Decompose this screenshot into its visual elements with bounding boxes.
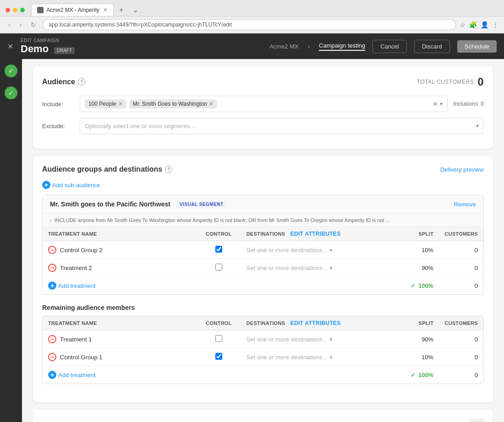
visual-segment-badge: VISUAL SEGMENT [176, 201, 227, 208]
edit-campaign-label: EDIT CAMPAIGN [21, 38, 75, 43]
add-treatment-button-2[interactable]: + Add treatment [48, 371, 96, 379]
remaining-control-checkbox-2[interactable] [215, 353, 222, 360]
include-dropdown-button[interactable]: ▾ [440, 101, 443, 107]
table-row: − Treatment 1 Set one or more desti [43, 330, 483, 348]
forward-button[interactable]: › [17, 20, 25, 29]
add-treatment-icon-2: + [48, 371, 56, 379]
include-row: Include: 100 People ✕ Mr. Smith Goes to … [42, 96, 484, 112]
tab-close-icon[interactable]: ✕ [103, 7, 108, 13]
timing-section: Timing ? ⚙ [33, 410, 493, 422]
remaining-group-card: TREATMENT NAME CONTROL DESTINATIONS Edit… [42, 316, 484, 384]
tag-smith-washington-remove[interactable]: ✕ [209, 101, 214, 107]
remaining-total-customers: 0 [439, 366, 483, 384]
extension-icon[interactable]: 🧩 [469, 21, 477, 28]
audience-groups-help-icon[interactable]: ? [165, 166, 172, 173]
exclude-row: Exclude: Optionally select one or more s… [42, 118, 484, 134]
window-maximize-btn[interactable] [20, 8, 25, 12]
total-customers-count: 0 [477, 76, 484, 88]
menu-icon[interactable]: ⋮ [492, 21, 499, 28]
control-checkbox-1[interactable] [215, 246, 222, 253]
back-button[interactable]: ‹ [5, 20, 13, 29]
page-layout: ✓ ✓ Audience ? TOTAL CUSTOMERS 0 Include… [0, 59, 504, 422]
remove-remaining-treatment-1-icon[interactable]: − [48, 335, 56, 343]
tag-100-people-remove[interactable]: ✕ [118, 101, 123, 107]
address-bar[interactable]: app.local.amperity.systems:3449/?th=pXCo… [43, 19, 456, 30]
content-area: Audience ? TOTAL CUSTOMERS 0 Include: 10… [22, 59, 504, 422]
schedule-button[interactable]: Schedule [457, 40, 497, 53]
remaining-col-destinations-header: DESTINATIONS Edit attributes [241, 316, 395, 330]
add-treatment-icon-1: + [48, 281, 56, 290]
group-name: Mr. Smith goes to the Pacific Northwest [50, 200, 170, 208]
remove-treatment-1-icon[interactable]: − [48, 246, 56, 254]
reload-button[interactable]: ↻ [28, 20, 39, 29]
browser-chrome: Acme2 MX - Amperity ✕ + ⌄ ‹ › ↻ app.loca… [0, 0, 504, 33]
inclusions-count: Inclusions: 0 [453, 101, 484, 107]
browser-tab-active[interactable]: Acme2 MX - Amperity ✕ [31, 4, 114, 16]
destination-arrow-1: ▾ [329, 247, 333, 254]
remaining-control-checkbox-1[interactable] [215, 335, 222, 342]
add-treatment-button-1[interactable]: + Add treatment [48, 281, 96, 290]
expand-group-icon[interactable]: › [50, 217, 52, 223]
campaign-title-area: EDIT CAMPAIGN Demo DRAFT [21, 38, 75, 55]
timing-settings-button[interactable]: ⚙ [469, 419, 484, 422]
treatment-name-cell: − Control Group 2 [48, 246, 191, 254]
tab-title: Acme2 MX - Amperity [46, 7, 99, 13]
remaining-destination-arrow-2: ▾ [329, 354, 333, 361]
split-check-icon-2: ✓ [411, 372, 416, 379]
remove-group-link[interactable]: Remove [454, 201, 476, 208]
cancel-button[interactable]: Cancel [373, 40, 406, 53]
delivery-preview-link[interactable]: Delivery preview [440, 166, 484, 173]
treatment-name-cell-2: − Treatment 2 [48, 264, 191, 272]
add-sub-audience-icon: + [42, 181, 50, 189]
header-active-step: Campaign testing [319, 42, 365, 51]
table-row: − Control Group 1 Set one or more d [43, 348, 483, 366]
include-input[interactable]: 100 People ✕ Mr. Smith Goes to Washingto… [80, 96, 448, 112]
remaining-customers-2: 0 [439, 348, 483, 366]
total-customers: TOTAL CUSTOMERS 0 [417, 76, 484, 88]
bookmark-icon[interactable]: ☆ [460, 21, 466, 28]
include-clear-button[interactable]: ✕ [433, 100, 438, 108]
remaining-split-2: 10% [395, 348, 439, 366]
table-header-row: TREATMENT NAME CONTROL DESTINATIONS Edit… [43, 227, 483, 241]
profile-icon[interactable]: 👤 [481, 21, 488, 28]
tag-smith-washington: Mr. Smith Goes to Washington ✕ [129, 99, 217, 108]
destination-select-2[interactable]: Set one or more destinations... ▾ [247, 265, 389, 271]
destination-placeholder-1: Set one or more destinations... [247, 247, 328, 254]
remaining-treatments-table: TREATMENT NAME CONTROL DESTINATIONS Edit… [43, 316, 483, 384]
col-customers-header: CUSTOMERS [439, 227, 483, 241]
col-split-header: SPLIT [395, 227, 439, 241]
remaining-col-control-header: CONTROL [197, 316, 241, 330]
remove-remaining-treatment-2-icon[interactable]: − [48, 353, 56, 361]
step-groups-check: ✓ [5, 87, 17, 99]
audience-help-icon[interactable]: ? [78, 78, 85, 86]
tag-100-people: 100 People ✕ [85, 99, 126, 108]
step-audience-check: ✓ [5, 65, 17, 77]
destination-select-1[interactable]: Set one or more destinations... ▾ [247, 247, 389, 254]
new-tab-button[interactable]: + [115, 4, 127, 16]
table-row: − Control Group 2 Set one or more destin… [43, 241, 483, 259]
remaining-col-customers-header: CUSTOMERS [439, 316, 483, 330]
draft-badge: DRAFT [54, 47, 75, 54]
add-sub-audience-button[interactable]: + Add sub-audience [42, 181, 484, 189]
remove-treatment-2-icon[interactable]: − [48, 264, 56, 272]
total-split-1: ✓ 100% [411, 282, 433, 289]
url-text: app.local.amperity.systems:3449/?th=pXCo… [49, 22, 232, 28]
control-checkbox-2[interactable] [215, 264, 222, 271]
remaining-section-title: Remaining audience members [42, 304, 484, 311]
audience-groups-header: Audience groups and destinations ? Deliv… [42, 165, 484, 173]
group-card-header: Mr. Smith goes to the Pacific Northwest … [43, 195, 483, 214]
tab-list-button[interactable]: ⌄ [129, 4, 142, 16]
remaining-col-split-header: SPLIT [395, 316, 439, 330]
audience-section: Audience ? TOTAL CUSTOMERS 0 Include: 10… [33, 66, 493, 149]
discard-button[interactable]: Discard [414, 40, 450, 53]
close-sidebar-button[interactable]: ✕ [7, 42, 13, 51]
edit-attributes-link-1[interactable]: Edit attributes [290, 231, 341, 237]
edit-attributes-link-2[interactable]: Edit attributes [290, 320, 341, 326]
remaining-destination-select-2[interactable]: Set one or more destinations... ▾ [247, 354, 389, 361]
exclude-input[interactable]: Optionally select one or more segments..… [80, 118, 484, 134]
app-header: ✕ EDIT CAMPAIGN Demo DRAFT Acme2 MX › Ca… [0, 33, 504, 59]
window-minimize-btn[interactable] [13, 8, 17, 12]
window-close-btn[interactable] [5, 8, 10, 12]
exclude-dropdown-button[interactable]: ▾ [476, 123, 479, 129]
remaining-destination-select-1[interactable]: Set one or more destinations... ▾ [247, 336, 389, 343]
